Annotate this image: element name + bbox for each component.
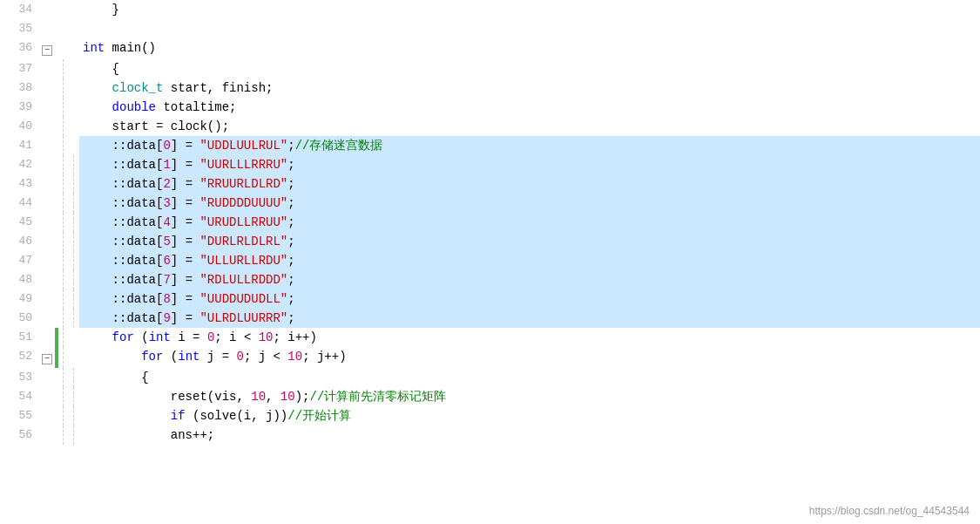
code-row: 45 ::data[4] = "URUDLLRRUU";: [0, 213, 980, 232]
fold-column: [39, 155, 55, 174]
fold-column: [39, 78, 55, 98]
indent-bar-1: [58, 406, 69, 425]
line-number: 52: [0, 347, 39, 368]
indent-bar-2: [69, 174, 79, 194]
line-number: 40: [0, 117, 39, 136]
fold-column: [39, 194, 55, 213]
indent-bar-2: [69, 270, 79, 289]
code-row: 42 ::data[1] = "UURLLLRRRU";: [0, 155, 980, 174]
code-content: ::data[6] = "ULLURLLRDU";: [79, 251, 980, 270]
code-row: 55 if (solve(i, j))//开始计算: [0, 406, 980, 425]
fold-column: [39, 213, 55, 232]
indent-bar-1: [58, 213, 69, 232]
indent-bar-1: [58, 289, 69, 309]
code-row: 46 ::data[5] = "DURLRLDLRL";: [0, 232, 980, 251]
indent-bar-2: [69, 136, 79, 155]
indent-bar-2: [69, 59, 79, 78]
indent-bar-2: [69, 155, 79, 174]
indent-bar-1: [58, 425, 69, 445]
fold-column: [39, 174, 55, 194]
code-row: 48 ::data[7] = "RDLULLRDDD";: [0, 270, 980, 289]
indent-bar-2: [69, 406, 79, 425]
line-number: 41: [0, 136, 39, 155]
indent-bar-2: [69, 387, 79, 406]
code-content: ::data[4] = "URUDLLRRUU";: [79, 213, 980, 232]
indent-bar-1: [58, 194, 69, 213]
code-content: reset(vis, 10, 10);//计算前先清零标记矩阵: [79, 387, 980, 406]
fold-column: [39, 0, 55, 19]
code-content: [79, 19, 980, 38]
line-number: 53: [0, 368, 39, 387]
line-number: 39: [0, 98, 39, 117]
fold-column: [39, 289, 55, 309]
line-number: 47: [0, 251, 39, 270]
code-row: 38 clock_t start, finish;: [0, 78, 980, 98]
code-content: ::data[9] = "ULRDLUURRR";: [79, 309, 980, 328]
indent-bar-1: [58, 78, 69, 98]
line-number: 51: [0, 328, 39, 347]
fold-column: [39, 59, 55, 78]
code-content: start = clock();: [79, 117, 980, 136]
code-row: 54 reset(vis, 10, 10);//计算前先清零标记矩阵: [0, 387, 980, 406]
indent-bar-1: [58, 347, 69, 368]
indent-bar-1: [58, 155, 69, 174]
fold-column: [39, 387, 55, 406]
line-number: 49: [0, 289, 39, 309]
line-number: 54: [0, 387, 39, 406]
indent-bar-1: [58, 59, 69, 78]
indent-bar-2: [69, 194, 79, 213]
indent-bar-2: [69, 78, 79, 98]
code-content: {: [79, 368, 980, 387]
fold-column[interactable]: −: [39, 38, 55, 59]
code-row: 50 ::data[9] = "ULRDLUURRR";: [0, 309, 980, 328]
indent-bar-2: [69, 347, 79, 368]
code-row: 49 ::data[8] = "UUDDUDUDLL";: [0, 289, 980, 309]
code-content: ::data[0] = "UDDLUULRUL";//存储迷宫数据: [79, 136, 980, 155]
line-number: 34: [0, 0, 39, 19]
indent-bar-1: [58, 98, 69, 117]
line-number: 55: [0, 406, 39, 425]
code-content: }: [79, 0, 980, 19]
fold-button[interactable]: −: [42, 354, 52, 364]
code-content: ::data[3] = "RUDDDDUUUU";: [79, 194, 980, 213]
code-row: 44 ::data[3] = "RUDDDDUUUU";: [0, 194, 980, 213]
code-row: 39 double totaltime;: [0, 98, 980, 117]
fold-column: [39, 117, 55, 136]
fold-column: [39, 136, 55, 155]
indent-bar-2: [69, 117, 79, 136]
fold-column: [39, 270, 55, 289]
code-row: 36−int main(): [0, 38, 980, 59]
line-number: 35: [0, 19, 39, 38]
fold-column[interactable]: −: [39, 347, 55, 368]
indent-bar-2: [69, 251, 79, 270]
code-content: if (solve(i, j))//开始计算: [79, 406, 980, 425]
watermark: https://blog.csdn.net/og_44543544: [809, 505, 970, 517]
indent-bar-1: [58, 19, 69, 38]
fold-button[interactable]: −: [42, 45, 52, 56]
code-content: {: [79, 59, 980, 78]
indent-bar-1: [58, 117, 69, 136]
code-row: 47 ::data[6] = "ULLURLLRDU";: [0, 251, 980, 270]
indent-bar-1: [58, 387, 69, 406]
fold-column: [39, 309, 55, 328]
indent-bar-1: [58, 38, 69, 59]
code-row: 41 ::data[0] = "UDDLUULRUL";//存储迷宫数据: [0, 136, 980, 155]
code-row: 37 {: [0, 59, 980, 78]
fold-column: [39, 328, 55, 347]
code-row: 51 for (int i = 0; i < 10; i++): [0, 328, 980, 347]
indent-bar-2: [69, 38, 79, 59]
fold-column: [39, 368, 55, 387]
indent-bar-2: [69, 425, 79, 445]
fold-column: [39, 19, 55, 38]
indent-bar-1: [58, 232, 69, 251]
fold-column: [39, 232, 55, 251]
code-content: clock_t start, finish;: [79, 78, 980, 98]
indent-bar-2: [69, 289, 79, 309]
code-editor: 34 }3536−int main()37 {38 clock_t start,…: [0, 0, 980, 524]
code-content: ::data[5] = "DURLRLDLRL";: [79, 232, 980, 251]
indent-bar-2: [69, 232, 79, 251]
line-number: 56: [0, 425, 39, 445]
line-number: 44: [0, 194, 39, 213]
line-number: 43: [0, 174, 39, 194]
line-number: 38: [0, 78, 39, 98]
